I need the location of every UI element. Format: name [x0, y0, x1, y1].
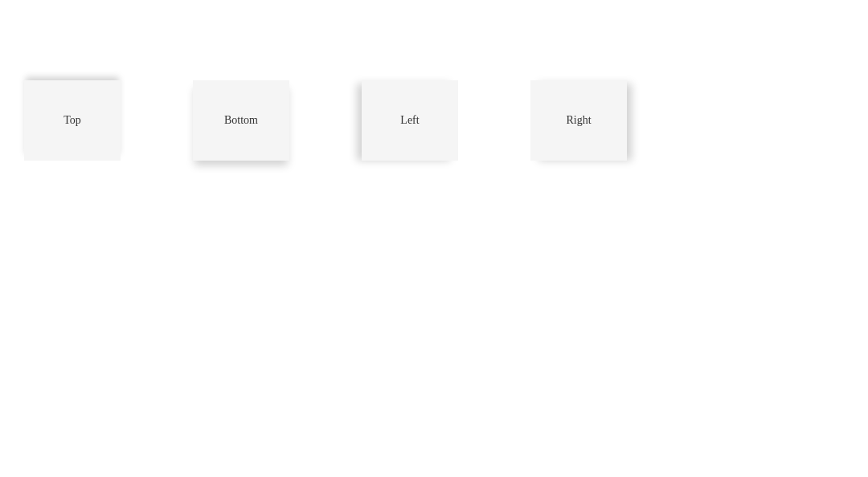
card-top-label: Top [63, 114, 81, 127]
card-left: Left [362, 80, 458, 161]
card-top: Top [24, 80, 121, 161]
card-right-label: Right [566, 114, 591, 127]
card-left-label: Left [400, 114, 419, 127]
cards-container: Top Bottom Left Right [0, 0, 868, 161]
card-bottom: Bottom [193, 80, 289, 161]
card-bottom-label: Bottom [224, 114, 258, 127]
card-right: Right [530, 80, 627, 161]
